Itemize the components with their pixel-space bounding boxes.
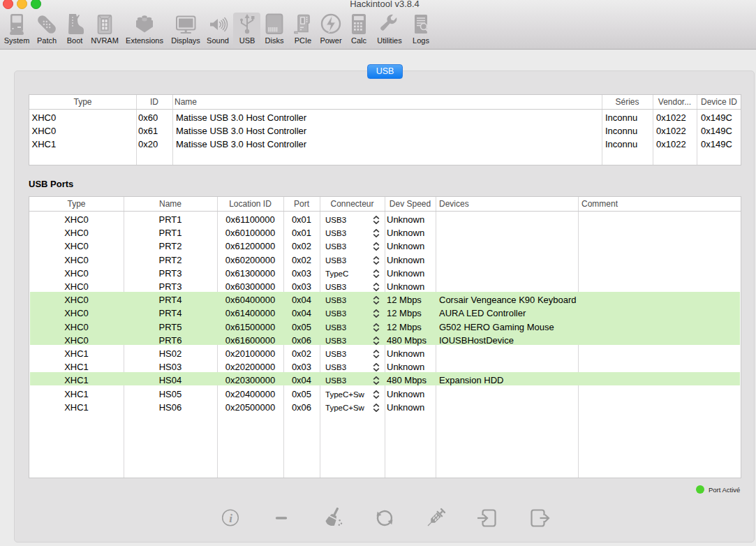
svg-text:i: i [229,512,232,525]
